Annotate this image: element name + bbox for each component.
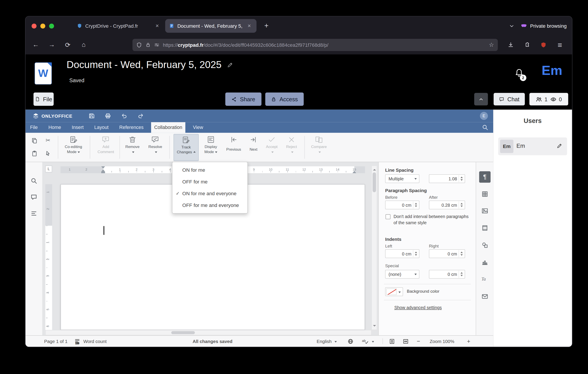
window-close-button[interactable] — [32, 23, 37, 28]
special-select[interactable]: (none) — [385, 270, 420, 279]
user-counts[interactable]: 1 0 — [529, 93, 568, 105]
scroll-down-arrow[interactable] — [373, 325, 376, 328]
vertical-scrollbar[interactable] — [372, 166, 377, 330]
interval-checkbox[interactable] — [386, 214, 390, 219]
line-spacing-value[interactable]: 1.08 — [429, 174, 465, 183]
file-button[interactable]: File — [33, 92, 54, 106]
new-tab-button[interactable]: + — [261, 21, 272, 31]
menu-insert[interactable]: Insert — [69, 122, 87, 133]
permissions-icon[interactable] — [154, 42, 159, 48]
menu-home[interactable]: Home — [45, 122, 64, 133]
remove-comments-button[interactable]: Remove — [120, 135, 145, 154]
save-icon[interactable] — [88, 113, 95, 119]
menu-layout[interactable]: Layout — [91, 122, 112, 133]
indent-right-input[interactable]: 0 cm — [429, 249, 465, 258]
editor-user-avatar[interactable]: E — [480, 112, 488, 120]
spellcheck-button[interactable]: ab — [362, 336, 374, 347]
url-bar[interactable]: https://cryptpad.fr/doc/#/3/doc/edit/ff0… — [133, 39, 498, 51]
spinner-arrows[interactable] — [413, 201, 419, 209]
vertical-ruler[interactable]: 21123456 — [45, 184, 52, 330]
spinner-arrows[interactable] — [459, 250, 464, 258]
spinner-arrows[interactable] — [459, 201, 464, 209]
zoom-in-button[interactable]: + — [467, 336, 470, 347]
url-text[interactable]: https://cryptpad.fr/doc/#/3/doc/edit/ff0… — [163, 42, 485, 48]
background-color-button[interactable] — [385, 287, 403, 296]
document-title[interactable]: Document - Wed, February 5, 2025 — [67, 59, 221, 71]
forward-icon[interactable]: → — [47, 40, 57, 50]
copy-icon[interactable] — [30, 136, 39, 145]
word-count-button[interactable]: Word count — [83, 336, 106, 347]
hamburger-menu-icon[interactable]: ≡ — [555, 40, 565, 50]
scroll-up-arrow[interactable] — [373, 167, 376, 171]
comments-panel-icon[interactable] — [30, 194, 38, 201]
previous-change-button[interactable]: Previous — [222, 135, 245, 152]
rename-pencil-icon[interactable] — [227, 62, 233, 68]
paragraph-settings-icon[interactable]: ¶ — [479, 171, 491, 183]
indent-left-input[interactable]: 0 cm — [385, 249, 420, 258]
window-maximize-button[interactable] — [49, 23, 54, 28]
menu-collaboration[interactable]: Collaboration — [151, 122, 185, 133]
tab-document[interactable]: Document - Wed, February 5, 2 × — [165, 19, 257, 33]
chat-button[interactable]: Chat — [494, 93, 525, 105]
undo-icon[interactable] — [121, 113, 128, 119]
track-changes-button[interactable]: Track Changes — [173, 134, 199, 161]
shape-settings-icon[interactable] — [481, 241, 489, 249]
mail-merge-settings-icon[interactable] — [481, 292, 489, 301]
zoom-out-button[interactable]: − — [417, 336, 420, 347]
lock-icon[interactable] — [145, 42, 151, 48]
image-settings-icon[interactable] — [481, 207, 489, 215]
set-language-globe-icon[interactable] — [347, 336, 353, 347]
tab-cryptdrive[interactable]: CryptDrive - CryptPad.fr × — [73, 19, 164, 33]
text-art-settings-icon[interactable]: Ta — [481, 275, 489, 283]
zoom-level[interactable]: Zoom 100% — [430, 336, 454, 347]
scrollbar-thumb[interactable] — [373, 172, 376, 192]
menu-item-off-for-everyone[interactable]: OFF for me and everyone — [172, 199, 247, 211]
find-icon[interactable] — [30, 177, 38, 185]
menu-item-on-for-everyone[interactable]: ✓ON for me and everyone — [172, 188, 247, 199]
scrollbar-thumb[interactable] — [171, 331, 195, 334]
fit-width-icon[interactable] — [403, 336, 409, 347]
editor-search-icon[interactable] — [482, 124, 488, 131]
left-indent-marker[interactable] — [101, 167, 105, 172]
access-button[interactable]: Access — [265, 92, 304, 106]
tracking-shield-icon[interactable] — [136, 42, 142, 48]
coediting-mode-button[interactable]: Co-editing Mode — [61, 135, 86, 154]
menu-view[interactable]: View — [190, 122, 206, 133]
user-list-item[interactable]: Em Em — [498, 137, 567, 155]
horizontal-scrollbar[interactable] — [45, 330, 371, 335]
right-indent-marker[interactable] — [353, 169, 356, 173]
ublock-icon[interactable] — [538, 40, 549, 50]
collapse-toolbar-button[interactable] — [474, 93, 488, 105]
header-footer-settings-icon[interactable] — [481, 224, 489, 232]
resolve-button[interactable]: Resolve — [143, 135, 168, 154]
share-button[interactable]: Share — [225, 92, 262, 106]
tab-close-icon[interactable]: × — [154, 22, 161, 29]
page-info[interactable]: Page 1 of 1 — [44, 336, 67, 347]
spacing-after-input[interactable]: 0.28 cm — [429, 200, 465, 209]
language-selector[interactable]: English — [317, 336, 337, 347]
display-mode-button[interactable]: Display Mode — [199, 135, 223, 154]
spinner-arrows[interactable] — [459, 270, 464, 278]
back-icon[interactable]: ← — [30, 40, 41, 50]
spacing-before-input[interactable]: 0 cm — [385, 200, 420, 209]
line-spacing-select[interactable]: Multiple — [385, 174, 420, 183]
notifications-bell-icon[interactable]: 2 — [514, 68, 526, 82]
cut-icon[interactable]: ✂ — [43, 136, 52, 145]
spinner-arrows[interactable] — [413, 250, 419, 258]
spinner-arrows[interactable] — [459, 175, 464, 182]
account-avatar[interactable]: Em — [541, 63, 562, 78]
fit-page-icon[interactable] — [389, 336, 395, 347]
reload-icon[interactable]: ⟳ — [63, 40, 73, 50]
menu-item-off-for-me[interactable]: OFF for me — [172, 176, 247, 188]
home-icon[interactable]: ⌂ — [78, 40, 89, 50]
list-all-tabs-chevron-icon[interactable] — [509, 23, 515, 29]
advanced-settings-link[interactable]: Show advanced settings — [394, 305, 442, 310]
redo-icon[interactable] — [137, 113, 144, 119]
tab-stop-selector[interactable]: L — [45, 166, 52, 172]
chart-settings-icon[interactable] — [481, 258, 489, 267]
table-settings-icon[interactable] — [481, 190, 489, 198]
window-minimize-button[interactable] — [40, 23, 45, 28]
word-count-icon[interactable]: 123 — [74, 336, 80, 347]
special-value-input[interactable]: 0 cm — [429, 270, 465, 279]
downloads-icon[interactable] — [505, 40, 516, 50]
